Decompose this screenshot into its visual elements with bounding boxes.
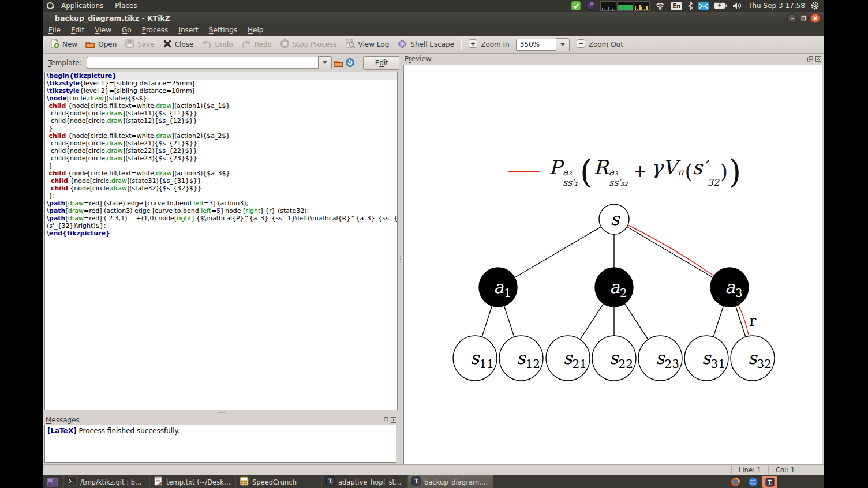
taskbar-item[interactable]: SpeedCrunch xyxy=(235,475,321,488)
close-button[interactable]: Close xyxy=(159,37,198,52)
ktikz-tray-icon[interactable] xyxy=(762,476,777,488)
code-editor[interactable]: \begin{tikzpicture}\tikzstyle{level 1}=[… xyxy=(44,72,398,410)
menu-applications[interactable]: Applications xyxy=(57,0,108,12)
template-edit-button[interactable]: Edit xyxy=(363,56,401,70)
speedcrunch-app-icon xyxy=(240,476,249,487)
open-button[interactable]: Open xyxy=(81,37,121,52)
menu-insert[interactable]: Insert xyxy=(173,24,203,36)
network-graph-icon xyxy=(634,1,650,11)
save-button[interactable]: Save xyxy=(121,37,158,52)
taskbar-item-label: adaptive_hopf_struc... xyxy=(338,478,403,486)
taskbar-item-label: SpeedCrunch xyxy=(252,478,297,486)
close-label: Close xyxy=(175,40,194,48)
maximize-button[interactable] xyxy=(799,13,809,23)
volume-icon[interactable] xyxy=(732,2,743,10)
template-bar: Template: Edit xyxy=(43,54,399,72)
zoom-out-button[interactable]: Zoom Out xyxy=(572,37,627,52)
zoom-level-value[interactable]: 350% xyxy=(516,39,556,51)
battery-icon[interactable] xyxy=(714,2,727,9)
math-scripts: a₃ss′₃₂ xyxy=(609,167,628,187)
math-scripts: a₃ss′₁ xyxy=(563,167,578,187)
titlebar[interactable]: backup_diagram.tikz - KTikZ xyxy=(43,12,824,25)
toolbar-separator xyxy=(461,39,462,50)
wifi-icon[interactable] xyxy=(655,2,665,10)
horizontal-splitter[interactable] xyxy=(43,410,399,415)
globe-app-icon[interactable] xyxy=(745,476,760,488)
undo-icon xyxy=(201,39,212,50)
subscript: ss′₁ xyxy=(563,178,578,188)
taskbar-item[interactable]: temp.txt (~/Desktop... xyxy=(149,475,235,488)
zoom-in-icon xyxy=(468,39,478,50)
mail-icon[interactable] xyxy=(698,2,709,10)
math-base: s′ xyxy=(693,156,707,179)
preview-close-icon[interactable] xyxy=(815,55,821,62)
redo-button[interactable]: Redo xyxy=(237,37,276,52)
taskbar-item[interactable]: adaptive_hopf_struc... xyxy=(321,475,407,488)
red-legend-line xyxy=(508,171,540,172)
code-line: child{node[circle,draw](state22){$s_{22}… xyxy=(45,147,397,155)
backup-tree-diagram: sa1a2a3s11s12s21s22s23s31s32r xyxy=(404,65,822,464)
new-button[interactable]: New xyxy=(46,37,81,52)
bluetooth-icon[interactable] xyxy=(687,1,693,10)
close-icon xyxy=(163,39,172,50)
messages-float-icon[interactable] xyxy=(382,416,388,423)
zoom-level-combobox[interactable]: 350% xyxy=(516,39,570,51)
stop-process-button[interactable]: Stop Process xyxy=(276,37,341,52)
firefox-icon[interactable] xyxy=(728,476,743,488)
code-line: \path[draw=red] (action3) edge [curve to… xyxy=(45,207,397,215)
undo-button[interactable]: Undo xyxy=(197,37,237,52)
redo-label: Redo xyxy=(255,40,272,48)
big-paren: ) xyxy=(729,152,741,190)
status-line: Line: 1 xyxy=(731,466,768,474)
template-combobox[interactable] xyxy=(87,57,332,69)
code-line: child{node[circle,draw](state12){$s_{12}… xyxy=(45,117,397,125)
edge-s-a1 xyxy=(498,219,614,287)
new-label: New xyxy=(62,40,77,48)
superscript xyxy=(708,167,719,178)
keyboard-layout-indicator[interactable]: En xyxy=(671,2,682,10)
taskbar: /tmp/ktikz.git : bash ...temp.txt (~/Des… xyxy=(43,475,824,488)
zoom-out-label: Zoom Out xyxy=(589,40,623,48)
close-button[interactable] xyxy=(810,13,820,23)
messages-dock-header: Messages xyxy=(43,415,399,425)
code-line: child {node[circle,fill,text=white,draw]… xyxy=(45,132,397,140)
messages-close-icon[interactable] xyxy=(390,416,396,423)
code-line: child {node[circle,draw](state31){$s_{31… xyxy=(45,177,397,185)
taskbar-item[interactable]: backup_diagram.tikz ... xyxy=(407,475,493,488)
shell-escape-icon xyxy=(397,39,407,51)
code-line: }; xyxy=(45,192,397,200)
time-tracker-icon[interactable] xyxy=(586,1,595,10)
template-reload-button[interactable] xyxy=(345,57,355,69)
terminal-app-icon xyxy=(68,476,77,487)
workspace-switcher-icon[interactable] xyxy=(47,478,58,487)
zoom-in-button[interactable]: Zoom In xyxy=(464,37,514,52)
system-monitor-applet[interactable] xyxy=(600,1,650,11)
view-log-button[interactable]: View Log xyxy=(341,37,394,52)
cpu-graph-icon xyxy=(600,1,616,11)
menu-edit[interactable]: Edit xyxy=(66,24,89,36)
preview-float-icon[interactable] xyxy=(807,55,813,62)
menu-help[interactable]: Help xyxy=(242,24,268,36)
menu-process[interactable]: Process xyxy=(137,24,174,36)
preview-canvas: Pa₃ss′₁(Ra₃ss′₃₂+γVπ (s′ 32)) sa1a2a3s11… xyxy=(403,65,822,464)
zoom-dropdown-arrow[interactable] xyxy=(556,38,570,51)
session-gear-icon[interactable] xyxy=(810,1,820,10)
undo-label: Undo xyxy=(215,40,233,48)
taskbar-item[interactable]: /tmp/ktikz.git : bash ... xyxy=(63,475,149,488)
template-input[interactable] xyxy=(87,57,318,69)
template-dropdown-arrow[interactable] xyxy=(318,56,332,69)
preview-dock: Preview Pa₃ss′₁(Ra₃ss′₃₂+γVπ (s′ 32)) sa… xyxy=(402,54,824,464)
updates-ok-icon[interactable] xyxy=(571,1,581,10)
menu-view[interactable]: View xyxy=(89,24,117,36)
template-open-button[interactable] xyxy=(334,57,343,69)
view-log-label: View Log xyxy=(358,40,390,48)
shell-escape-button[interactable]: Shell Escape xyxy=(393,37,458,52)
clock[interactable]: Thu Sep 3 17:58 xyxy=(748,2,805,10)
menu-file[interactable]: File xyxy=(43,24,66,36)
taskbar-item-label: temp.txt (~/Desktop... xyxy=(166,478,231,486)
menu-go[interactable]: Go xyxy=(117,24,137,36)
menu-places[interactable]: Places xyxy=(110,0,141,12)
minimize-button[interactable] xyxy=(787,13,797,23)
math-base: P xyxy=(549,156,562,179)
menu-settings[interactable]: Settings xyxy=(204,24,242,36)
